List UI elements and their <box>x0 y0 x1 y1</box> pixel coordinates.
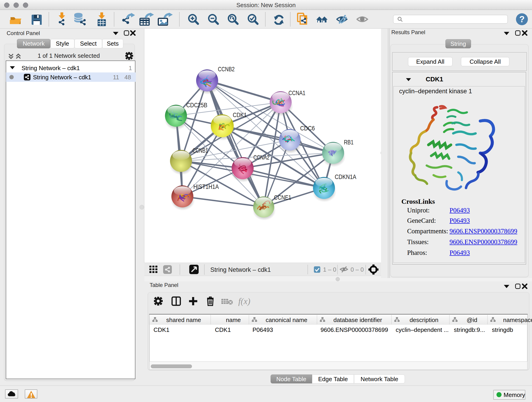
svg-text:1 – 0: 1 – 0 <box>323 266 336 273</box>
svg-text:CCNA2: CCNA2 <box>253 154 269 161</box>
svg-text:CCNE1: CCNE1 <box>274 194 291 201</box>
svg-text:CCNA1: CCNA1 <box>288 89 305 96</box>
svg-text:CDC6: CDC6 <box>300 125 315 132</box>
svg-text:CDC25B: CDC25B <box>186 102 207 109</box>
svg-text:CCNB1: CCNB1 <box>192 147 208 154</box>
svg-text:CCNB2: CCNB2 <box>218 65 234 73</box>
svg-text:CDK1: CDK1 <box>233 111 247 119</box>
svg-text:HIST1H1A: HIST1H1A <box>193 183 219 190</box>
svg-text:0 – 0: 0 – 0 <box>351 266 364 273</box>
svg-text:RB1: RB1 <box>344 139 354 146</box>
svg-text:CDKN1A: CDKN1A <box>335 173 356 180</box>
svg-text:String Network – cdk1: String Network – cdk1 <box>210 266 271 273</box>
